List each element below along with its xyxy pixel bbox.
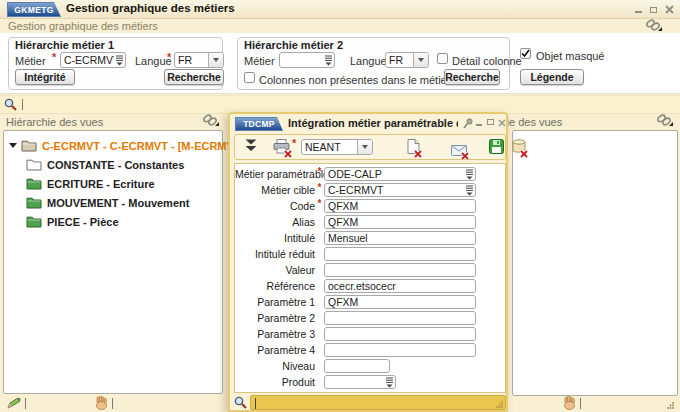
- form-field-input[interactable]: [324, 343, 476, 357]
- form-field-input[interactable]: QFXM: [324, 199, 476, 213]
- list-spinner-icon[interactable]: [384, 376, 395, 388]
- resize-grip[interactable]: [666, 401, 675, 410]
- pencil-icon[interactable]: [6, 397, 21, 410]
- required-marker: *: [167, 51, 171, 63]
- required-marker: *: [292, 137, 296, 149]
- form-field-label: Métier paramétrable: [235, 168, 315, 180]
- form-field-input[interactable]: ocecr.etsocecr: [324, 279, 476, 293]
- list-spinner-icon[interactable]: [464, 168, 475, 180]
- hierarchie-metier-1-group: Hiérarchie métier 1 Métier * C-ECRMVT La…: [8, 37, 223, 90]
- list-spinner-icon[interactable]: [464, 184, 475, 196]
- resize-grip[interactable]: [496, 400, 504, 408]
- text-cursor: [580, 398, 581, 409]
- form-field-input[interactable]: [324, 327, 476, 341]
- langue-select[interactable]: FR: [174, 52, 224, 68]
- close-icon[interactable]: [498, 119, 506, 127]
- minimize-icon[interactable]: [476, 119, 482, 126]
- form-field-input[interactable]: QFXM: [324, 295, 476, 309]
- chevron-down-icon[interactable]: [357, 140, 372, 154]
- colonnes-checkbox[interactable]: [244, 72, 255, 83]
- tree-item-label: CONSTANTE - Constantes: [47, 159, 184, 171]
- search-icon[interactable]: [234, 396, 247, 409]
- chevron-down-icon[interactable]: [208, 53, 223, 67]
- langue-label: Langue: [350, 55, 387, 67]
- langue-select[interactable]: FR: [385, 52, 429, 68]
- form-field-row: Référenceocecr.etsocecr: [235, 279, 505, 293]
- list-spinner-icon[interactable]: [323, 53, 334, 67]
- form-field-input[interactable]: [324, 311, 476, 325]
- save-icon[interactable]: [489, 139, 504, 154]
- tree-item[interactable]: CONSTANTE - Constantes: [4, 155, 222, 174]
- search-icon[interactable]: [4, 98, 17, 111]
- maximize-icon[interactable]: [487, 119, 494, 125]
- close-icon[interactable]: [665, 5, 674, 14]
- recherche-button[interactable]: Recherche: [444, 69, 500, 85]
- metier-label: Métier: [244, 55, 275, 67]
- window-titlebar: GKMETG Gestion graphique des métiers: [0, 0, 680, 19]
- metier-combo[interactable]: C-ECRMVT: [60, 52, 126, 68]
- toolbar-select[interactable]: NEANT: [301, 139, 373, 155]
- form-field-input[interactable]: QFXM: [324, 215, 476, 229]
- database-delete-icon[interactable]: [512, 139, 526, 156]
- form-field-input[interactable]: [324, 359, 390, 373]
- dialog-search-field[interactable]: [250, 395, 506, 410]
- legende-button[interactable]: Légende: [520, 69, 584, 85]
- form-field-input[interactable]: [324, 247, 476, 261]
- link-icon[interactable]: [202, 114, 219, 127]
- detail-colonne-checkbox[interactable]: [437, 53, 448, 64]
- tree-item[interactable]: ECRITURE - Ecriture: [4, 174, 222, 193]
- form-field-input[interactable]: [324, 375, 396, 389]
- metier-combo[interactable]: [279, 52, 335, 68]
- detail-colonne-label: Détail colonne: [452, 55, 522, 67]
- form-field-input[interactable]: ODE-CALP: [324, 167, 476, 181]
- hand-icon[interactable]: [94, 396, 108, 410]
- tree-item[interactable]: MOUVEMENT - Mouvement: [4, 193, 222, 212]
- link-icon[interactable]: [645, 19, 662, 32]
- form-field-label: Intitulé réduit: [235, 248, 315, 260]
- tree-item[interactable]: PIECE - Pièce: [4, 212, 222, 231]
- form-field-input[interactable]: Mensuel: [324, 231, 476, 245]
- recherche-button[interactable]: Recherche: [164, 69, 224, 85]
- pin-icon[interactable]: [463, 118, 473, 129]
- text-cursor: [255, 398, 256, 409]
- maximize-icon[interactable]: [650, 7, 657, 13]
- form-field-input[interactable]: C-ECRMVT: [324, 183, 476, 197]
- tan-folder-icon: [21, 139, 37, 152]
- required-marker: *: [315, 199, 324, 209]
- minimize-icon[interactable]: [635, 6, 642, 13]
- tree-root-item[interactable]: C-ECRMVT - C-ECRMVT - [M-ECRMVT]: [4, 136, 222, 155]
- form-field-row: Paramètre 1QFXM: [235, 295, 505, 309]
- dialog-title: Intégration métier paramétrable dans un …: [288, 117, 458, 129]
- tdcmp-dialog: TDCMP Intégration métier paramétrable da…: [228, 112, 508, 412]
- dialog-code-tab: TDCMP: [235, 117, 283, 131]
- form-field-row: Valeur: [235, 263, 505, 277]
- chevron-down-icon[interactable]: [413, 53, 428, 67]
- text-cursor: [112, 398, 113, 409]
- form-field-row: AliasQFXM: [235, 215, 505, 229]
- colonnes-label: Colonnes non présentes dans le métie...: [259, 74, 456, 86]
- tree-item-label: ECRITURE - Ecriture: [47, 178, 155, 190]
- form-field-row: Paramètre 3: [235, 327, 505, 341]
- record-delete-icon[interactable]: [407, 139, 420, 156]
- group-title: Hiérarchie métier 2: [244, 39, 343, 51]
- tree-item-label: PIECE - Pièce: [47, 216, 119, 228]
- mail-delete-icon[interactable]: [451, 145, 467, 158]
- link-icon[interactable]: [656, 114, 673, 127]
- hand-icon[interactable]: [562, 396, 576, 410]
- form-field-label: Code: [235, 200, 315, 212]
- left-panel-title: Hiérarchie des vues: [6, 116, 103, 128]
- chevrons-down-icon[interactable]: [245, 139, 257, 152]
- form-field-label: Paramètre 1: [235, 296, 315, 308]
- expander-icon[interactable]: [9, 143, 17, 148]
- form-field-input[interactable]: [324, 263, 476, 277]
- form-field-label: Paramètre 2: [235, 312, 315, 324]
- form-field-label: Paramètre 3: [235, 328, 315, 340]
- list-spinner-icon[interactable]: [114, 53, 125, 67]
- integrite-button[interactable]: Intégrité: [15, 69, 75, 85]
- breadcrumb: Gestion graphique des métiers: [8, 20, 158, 32]
- objet-masque-checkbox[interactable]: [520, 48, 531, 59]
- form-field-row: Métier cible*C-ECRMVT: [235, 183, 505, 197]
- green-folder-icon: [26, 215, 42, 228]
- text-cursor[interactable]: [22, 99, 23, 110]
- print-delete-icon[interactable]: [273, 139, 290, 156]
